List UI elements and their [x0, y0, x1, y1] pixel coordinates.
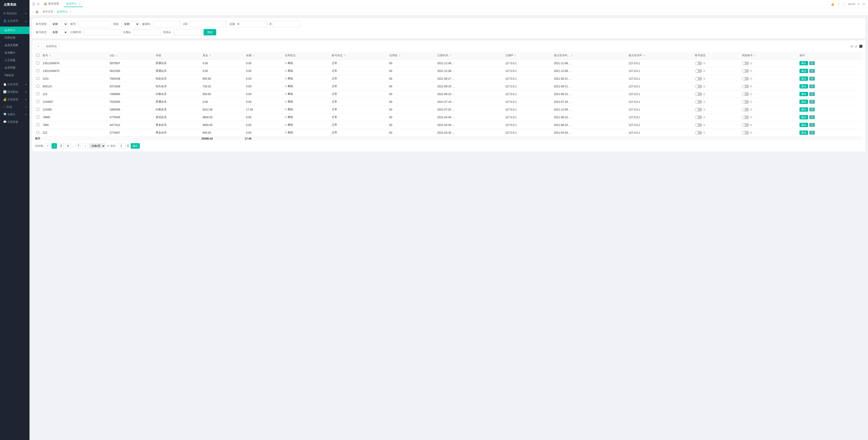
menu-icon[interactable]: ☰	[32, 2, 35, 6]
column-settings-icon[interactable]: ⊞	[850, 45, 853, 48]
row-checkbox-3[interactable]	[36, 85, 39, 88]
account-locked-toggle[interactable]	[695, 92, 702, 96]
row-checkbox-1[interactable]	[36, 69, 39, 72]
tab-basic-settings[interactable]: 🏠 基本设置 ›	[41, 1, 63, 7]
action-gold-btn-4[interactable]: 赢金	[800, 92, 808, 96]
risk-account-toggle[interactable]	[742, 92, 749, 96]
action-edit-btn-8[interactable]: ✎	[809, 123, 815, 127]
sidebar-group-recharge[interactable]: 💰 充值提现 ▾	[0, 96, 30, 103]
sidebar-item-vip-member[interactable]: Vip会员	[0, 71, 30, 79]
page-btn-2[interactable]: 2	[58, 143, 64, 149]
col-last-login-time[interactable]: 最后登录时... ⇅	[553, 52, 627, 59]
sidebar-item-member-tree[interactable]: 会员关系树	[0, 41, 30, 49]
action-gold-btn-8[interactable]: 赢金	[800, 123, 808, 127]
action-gold-btn-5[interactable]: 赢金	[800, 100, 808, 104]
risk-account-toggle[interactable]	[742, 62, 749, 65]
risk-account-toggle[interactable]	[742, 69, 749, 73]
add-button[interactable]: +	[35, 43, 41, 50]
sidebar-item-member-center[interactable]: 会员中心	[0, 27, 30, 34]
action-edit-btn-2[interactable]: ✎	[809, 77, 815, 81]
search-button[interactable]: 搜索	[204, 29, 216, 35]
goto-page-input[interactable]	[117, 143, 125, 149]
balance-to-input[interactable]	[272, 21, 300, 27]
more-icon[interactable]: >>	[862, 2, 865, 6]
page-next-btn[interactable]: ›	[82, 143, 88, 149]
sidebar-item-member-bank[interactable]: 会员银行	[0, 49, 30, 57]
tab-close-icon[interactable]: ✕	[79, 2, 81, 5]
invite-code-input[interactable]	[153, 21, 180, 27]
account-locked-toggle[interactable]	[695, 62, 702, 65]
row-checkbox-7[interactable]	[36, 116, 39, 119]
col-balance[interactable]: 余额 ⇅	[245, 52, 283, 59]
tab-member-center[interactable]: 会员中心 ✕	[64, 1, 83, 7]
select-all-checkbox[interactable]	[36, 54, 39, 57]
action-edit-btn-1[interactable]: ✎	[809, 69, 815, 73]
action-edit-btn-5[interactable]: ✎	[809, 100, 815, 104]
account-locked-toggle[interactable]	[695, 77, 702, 81]
col-risk-account[interactable]: 风险账号 ⇅	[741, 52, 798, 59]
refresh-icon-pagination[interactable]: ↺	[107, 144, 109, 148]
col-account[interactable]: 账号 ⇅	[41, 52, 108, 59]
sidebar-group-other[interactable]: ⋯ 其他 ▾	[0, 103, 30, 111]
account-input[interactable]	[79, 21, 110, 27]
action-gold-btn-3[interactable]: 赢金	[800, 84, 808, 89]
account-status-select[interactable]: 全部	[50, 29, 68, 35]
balance-from-input[interactable]	[240, 21, 267, 27]
login-ip-input[interactable]	[174, 29, 201, 35]
breadcrumb-home-icon[interactable]: 🏠	[35, 10, 39, 13]
credit-button[interactable]: 信用评估	[43, 43, 59, 50]
action-edit-btn-0[interactable]: ✎	[809, 61, 815, 65]
sidebar-group-system[interactable]: ⚙ 系统设定 ▾	[0, 10, 30, 17]
action-gold-btn-0[interactable]: 赢金	[800, 61, 808, 65]
account-locked-toggle[interactable]	[695, 100, 702, 104]
fullscreen-icon[interactable]: ⛶	[842, 2, 845, 6]
page-size-select[interactable]: 10条/页 20条/页 50条/页	[89, 143, 105, 149]
uid-input[interactable]	[190, 21, 227, 27]
account-locked-toggle[interactable]	[695, 85, 702, 88]
sidebar-item-manual-deposit[interactable]: 人工存提	[0, 57, 30, 64]
action-edit-btn-4[interactable]: ✎	[809, 92, 815, 96]
print-icon[interactable]: 🖨	[855, 45, 857, 48]
register-ip-input[interactable]	[133, 29, 160, 35]
risk-account-toggle[interactable]	[742, 100, 749, 104]
export-icon[interactable]: ⬛	[859, 45, 863, 48]
admin-label[interactable]: admin	[848, 2, 855, 6]
breadcrumb-back-icon[interactable]: ‹	[33, 10, 34, 13]
col-register-time[interactable]: 注册时间 ⇅	[436, 52, 504, 59]
sidebar-item-agent-migration[interactable]: 代理迁移	[0, 34, 30, 41]
sidebar-group-report[interactable]: 📊 报表数据 ▾	[0, 88, 30, 96]
breadcrumb-close-icon[interactable]: ✕	[70, 10, 71, 13]
col-credit[interactable]: 信用值 ⇅	[388, 52, 436, 59]
sidebar-item-member-level[interactable]: 会员等级	[0, 64, 30, 71]
page-prev-btn[interactable]: ‹	[45, 143, 50, 149]
action-edit-btn-7[interactable]: ✎	[809, 115, 815, 119]
account-locked-toggle[interactable]	[695, 69, 702, 73]
action-gold-btn-1[interactable]: 赢金	[800, 69, 808, 73]
row-checkbox-2[interactable]	[36, 77, 39, 80]
risk-account-toggle[interactable]	[742, 85, 749, 88]
account-locked-toggle[interactable]	[695, 131, 702, 134]
risk-account-toggle[interactable]	[742, 116, 749, 119]
sidebar-group-service[interactable]: 💬 在线客服	[0, 118, 30, 126]
sidebar-group-task[interactable]: 📋 任务管理 ▾	[0, 81, 30, 88]
row-checkbox-6[interactable]	[36, 108, 39, 111]
action-gold-btn-2[interactable]: 赢金	[800, 76, 808, 81]
account-locked-toggle[interactable]	[695, 116, 702, 119]
row-checkbox-8[interactable]	[36, 123, 39, 126]
action-edit-btn-9[interactable]: ✎	[809, 131, 815, 134]
row-checkbox-0[interactable]	[36, 62, 39, 64]
risk-account-toggle[interactable]	[742, 123, 749, 127]
account-locked-toggle[interactable]	[695, 123, 702, 127]
sidebar-group-member[interactable]: 👤 会员管理 ▴	[0, 17, 30, 25]
action-edit-btn-3[interactable]: ✎	[809, 85, 815, 88]
row-checkbox-4[interactable]	[36, 92, 39, 95]
col-last-login-ip[interactable]: 最后登录IP ⇅	[627, 52, 693, 59]
account-type-select[interactable]: 全部	[50, 21, 68, 27]
action-gold-btn-9[interactable]: 赢金	[800, 130, 808, 135]
row-checkbox-5[interactable]	[36, 100, 39, 103]
row-checkbox-9[interactable]	[36, 131, 39, 134]
risk-account-toggle[interactable]	[742, 131, 749, 134]
risk-account-toggle[interactable]	[742, 77, 749, 81]
action-edit-btn-6[interactable]: ✎	[809, 107, 815, 112]
sidebar-group-balance[interactable]: 💎 余额宝 ▾	[0, 111, 30, 118]
